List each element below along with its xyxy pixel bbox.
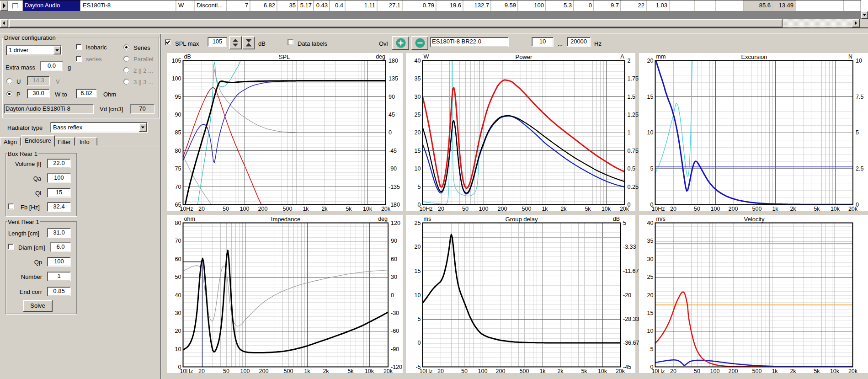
svg-text:ms: ms <box>424 216 431 222</box>
svg-text:-45: -45 <box>389 148 397 154</box>
svg-text:20: 20 <box>415 244 421 250</box>
svg-text:50: 50 <box>694 368 700 374</box>
svg-text:10Hz: 10Hz <box>419 206 432 212</box>
svg-text:200: 200 <box>258 206 268 212</box>
svg-text:1.25: 1.25 <box>628 112 639 118</box>
svg-text:20: 20 <box>198 206 205 212</box>
svg-text:-60: -60 <box>391 328 399 334</box>
svg-text:2k: 2k <box>560 206 567 212</box>
svg-text:100: 100 <box>240 206 250 212</box>
svg-text:1k: 1k <box>772 368 778 374</box>
svg-text:0: 0 <box>856 202 859 208</box>
svg-text:25: 25 <box>647 274 654 280</box>
svg-text:10Hz: 10Hz <box>180 368 193 374</box>
svg-text:5k: 5k <box>581 368 587 374</box>
svg-text:35: 35 <box>647 238 654 244</box>
svg-text:500: 500 <box>520 368 529 374</box>
svg-text:dB: dB <box>184 53 191 60</box>
svg-text:200: 200 <box>729 368 738 374</box>
svg-text:5: 5 <box>418 184 421 190</box>
svg-text:20: 20 <box>198 368 205 374</box>
svg-text:40: 40 <box>175 292 181 299</box>
svg-text:65: 65 <box>175 202 181 208</box>
svg-text:20: 20 <box>670 368 676 374</box>
svg-text:10Hz: 10Hz <box>180 206 193 212</box>
svg-text:10k: 10k <box>602 206 611 212</box>
svg-text:Power: Power <box>516 53 533 60</box>
svg-text:10Hz: 10Hz <box>651 368 665 374</box>
svg-text:0.75: 0.75 <box>628 148 639 154</box>
svg-text:40: 40 <box>415 58 421 64</box>
svg-text:5k: 5k <box>346 206 352 212</box>
svg-text:10: 10 <box>415 165 421 172</box>
svg-text:80: 80 <box>175 148 181 154</box>
svg-text:0: 0 <box>389 129 392 136</box>
svg-text:30: 30 <box>175 310 181 316</box>
svg-text:15: 15 <box>647 310 654 316</box>
svg-text:1k: 1k <box>542 206 548 212</box>
svg-text:20: 20 <box>647 292 654 299</box>
svg-text:20: 20 <box>438 206 444 212</box>
svg-text:105: 105 <box>172 58 181 64</box>
svg-text:80: 80 <box>175 220 181 226</box>
svg-text:15: 15 <box>415 268 421 274</box>
svg-text:10Hz: 10Hz <box>419 368 432 374</box>
svg-text:10: 10 <box>856 58 862 64</box>
svg-text:10k: 10k <box>365 368 374 374</box>
svg-text:200: 200 <box>729 206 738 212</box>
svg-text:-5: -5 <box>415 364 421 370</box>
svg-text:50: 50 <box>461 368 468 374</box>
svg-text:0: 0 <box>178 364 181 370</box>
svg-text:10: 10 <box>415 292 421 299</box>
svg-text:75: 75 <box>175 165 181 172</box>
svg-text:7.5: 7.5 <box>856 94 863 100</box>
svg-text:0: 0 <box>418 202 421 208</box>
svg-text:35: 35 <box>415 75 421 82</box>
svg-text:0: 0 <box>418 340 421 346</box>
svg-text:90: 90 <box>391 238 397 244</box>
svg-text:30: 30 <box>647 256 654 262</box>
svg-text:90: 90 <box>389 94 395 100</box>
svg-text:mm: mm <box>656 53 666 60</box>
svg-text:50: 50 <box>694 206 700 212</box>
svg-text:10: 10 <box>175 346 181 352</box>
svg-text:A: A <box>620 53 624 60</box>
svg-text:Velocity: Velocity <box>744 216 765 223</box>
svg-text:10Hz: 10Hz <box>651 206 665 212</box>
svg-text:-20: -20 <box>623 292 631 299</box>
svg-text:50: 50 <box>223 368 229 374</box>
svg-text:-36.67: -36.67 <box>623 340 639 346</box>
svg-text:-90: -90 <box>389 165 397 172</box>
svg-text:-28.33: -28.33 <box>623 316 639 322</box>
svg-text:Group delay: Group delay <box>506 216 538 223</box>
svg-text:500: 500 <box>752 206 762 212</box>
svg-text:180: 180 <box>389 58 398 64</box>
svg-text:10: 10 <box>647 129 654 136</box>
svg-text:ohm: ohm <box>184 216 195 222</box>
svg-text:W: W <box>424 53 429 60</box>
svg-text:30: 30 <box>391 274 397 280</box>
svg-text:deg: deg <box>378 216 388 222</box>
svg-text:5: 5 <box>650 165 654 172</box>
svg-text:-180: -180 <box>389 202 400 208</box>
svg-text:5: 5 <box>856 129 859 136</box>
svg-text:50: 50 <box>462 206 469 212</box>
svg-text:2k: 2k <box>323 368 329 374</box>
svg-text:10k: 10k <box>598 368 607 374</box>
svg-text:1k: 1k <box>539 368 546 374</box>
svg-text:200: 200 <box>259 368 269 374</box>
svg-text:10k: 10k <box>831 206 840 212</box>
svg-text:15: 15 <box>647 94 654 100</box>
svg-text:deg: deg <box>376 53 385 60</box>
svg-text:1.5: 1.5 <box>628 94 635 100</box>
svg-text:20: 20 <box>415 129 421 136</box>
svg-text:2k: 2k <box>321 206 328 212</box>
svg-text:m/s: m/s <box>656 216 666 222</box>
svg-text:-90: -90 <box>391 346 399 352</box>
svg-text:5: 5 <box>623 220 626 226</box>
svg-text:200: 200 <box>496 368 506 374</box>
svg-text:5: 5 <box>650 346 654 352</box>
svg-text:2k: 2k <box>790 206 796 212</box>
svg-text:50: 50 <box>223 206 229 212</box>
svg-text:30: 30 <box>415 94 421 100</box>
